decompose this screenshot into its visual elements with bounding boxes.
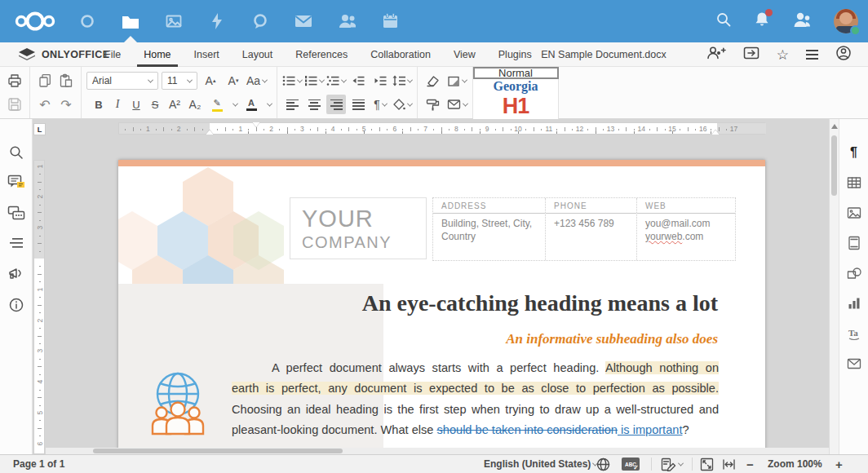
copy-style-button[interactable]	[423, 95, 442, 114]
paragraph-shading-button[interactable]	[392, 95, 412, 114]
style-georgia[interactable]: Georgia	[473, 79, 559, 94]
app-dashboard-icon[interactable]	[78, 11, 96, 31]
app-calendar-icon[interactable]	[381, 11, 399, 31]
font-name-select[interactable]: Arial	[86, 72, 158, 90]
scroll-up-arrow[interactable]	[831, 124, 838, 129]
app-photos-icon[interactable]	[165, 11, 183, 31]
app-talk-icon[interactable]	[251, 11, 269, 31]
fit-page-button[interactable]	[700, 455, 714, 473]
tab-home[interactable]: Home	[132, 42, 182, 67]
text-art-settings-icon[interactable]: Ta	[844, 323, 865, 344]
tab-collaboration[interactable]: Collaboration	[359, 42, 442, 67]
chevron-down-icon[interactable]	[463, 100, 468, 106]
superscript-button[interactable]: A²	[166, 95, 183, 114]
right-indent-marker[interactable]	[711, 130, 720, 135]
align-center-button[interactable]	[304, 95, 324, 114]
subscript-button[interactable]: A₂	[187, 95, 203, 114]
chevron-down-icon[interactable]	[407, 100, 413, 106]
nonprinting-characters-button[interactable]: ¶	[370, 95, 390, 114]
tab-file[interactable]: File	[93, 42, 132, 67]
tab-view[interactable]: View	[442, 42, 487, 67]
find-search-icon[interactable]	[6, 142, 27, 163]
line-spacing-button[interactable]	[392, 71, 412, 91]
zoom-out-button[interactable]: −	[746, 455, 754, 473]
chevron-down-icon[interactable]	[382, 100, 388, 106]
font-color-button[interactable]: A	[241, 95, 261, 114]
nextcloud-logo-icon[interactable]	[14, 9, 56, 37]
change-case-button[interactable]: Aa	[246, 71, 267, 91]
align-right-button[interactable]	[326, 95, 346, 114]
tab-selector[interactable]: L	[33, 123, 46, 135]
vertical-ruler[interactable]: 123123456	[33, 160, 45, 454]
track-changes-button[interactable]	[661, 455, 683, 473]
zoom-level-label[interactable]: Zoom 100%	[768, 455, 822, 473]
chat-icon[interactable]	[6, 202, 27, 223]
document-page[interactable]: YOUR COMPANY ADDRESS Building, Street, C…	[118, 160, 765, 454]
tab-insert[interactable]: Insert	[183, 42, 231, 67]
about-info-icon[interactable]	[6, 294, 27, 316]
increment-font-button[interactable]: A▴	[201, 71, 220, 91]
hamburger-menu-icon[interactable]	[806, 50, 818, 60]
feedback-icon[interactable]	[6, 263, 27, 285]
tab-layout[interactable]: Layout	[231, 42, 285, 67]
bold-button[interactable]: B	[91, 95, 106, 114]
style-h1[interactable]: H1	[473, 94, 559, 119]
body-paragraph[interactable]: A perfect document always starts with a …	[232, 358, 719, 440]
left-indent-marker[interactable]	[206, 130, 214, 135]
chart-settings-icon[interactable]	[844, 293, 865, 314]
mail-merge-button[interactable]	[447, 95, 467, 114]
align-left-button[interactable]	[282, 95, 302, 114]
underline-button[interactable]: U	[129, 95, 144, 114]
chevron-down-icon[interactable]	[462, 77, 467, 82]
comments-icon[interactable]	[6, 171, 27, 192]
app-contacts-icon[interactable]	[338, 11, 356, 31]
horizontal-ruler[interactable]: 121234567891011121314151617	[118, 122, 765, 135]
italic-button[interactable]: I	[110, 95, 125, 114]
fit-width-button[interactable]	[722, 455, 736, 473]
style-normal[interactable]: Normal	[473, 67, 559, 79]
app-activity-icon[interactable]	[208, 11, 226, 31]
header-footer-settings-icon[interactable]	[844, 232, 865, 254]
chevron-down-icon[interactable]	[232, 100, 238, 106]
print-button[interactable]	[5, 71, 24, 91]
shape-settings-icon[interactable]	[844, 263, 865, 284]
notifications-bell-icon[interactable]	[754, 11, 770, 31]
image-settings-icon[interactable]	[844, 202, 865, 223]
multilevel-list-button[interactable]	[326, 71, 346, 91]
chevron-down-icon[interactable]	[297, 77, 303, 82]
document-canvas[interactable]: 121234567891011121314151617 YOUR COMPANY…	[46, 119, 829, 454]
decrease-indent-button[interactable]	[348, 71, 368, 91]
increase-indent-button[interactable]	[370, 71, 390, 91]
chevron-down-icon[interactable]	[341, 77, 347, 82]
global-search-icon[interactable]	[715, 11, 732, 31]
manage-access-icon[interactable]	[706, 46, 726, 64]
language-select[interactable]: English (United States)	[484, 455, 597, 473]
vertical-scrollbar[interactable]	[829, 119, 839, 454]
paragraph-settings-icon[interactable]: ¶	[844, 142, 865, 163]
tab-references[interactable]: References	[284, 42, 359, 67]
redo-button[interactable]: ↷	[56, 95, 76, 114]
undo-button[interactable]: ↶	[35, 95, 55, 114]
spellcheck-toggle[interactable]: ABC✓	[622, 455, 640, 473]
vertical-scrollbar-thumb[interactable]	[831, 135, 837, 196]
open-file-location-icon[interactable]	[743, 46, 760, 64]
strikeout-button[interactable]: S	[148, 95, 162, 114]
bullet-list-button[interactable]	[282, 71, 302, 91]
copy-button[interactable]	[35, 71, 55, 91]
zoom-in-button[interactable]: +	[835, 455, 843, 473]
set-language-globe-icon[interactable]	[596, 455, 610, 473]
table-settings-icon[interactable]	[844, 172, 865, 193]
horizontal-scrollbar[interactable]	[46, 448, 829, 454]
contacts-menu-icon[interactable]	[792, 11, 812, 31]
favorite-star-icon[interactable]: ☆	[777, 48, 789, 62]
mail-merge-settings-icon[interactable]	[844, 353, 865, 374]
font-size-select[interactable]: 11	[162, 72, 197, 90]
contact-table[interactable]: ADDRESS Building, Street, City, Country …	[432, 197, 736, 261]
user-avatar[interactable]	[834, 9, 858, 33]
chevron-down-icon[interactable]	[407, 77, 413, 82]
clear-style-button[interactable]	[423, 71, 442, 91]
borders-button[interactable]	[447, 71, 467, 91]
first-line-indent-marker[interactable]	[252, 122, 260, 127]
save-button[interactable]	[5, 95, 24, 114]
paste-button[interactable]	[56, 71, 76, 91]
